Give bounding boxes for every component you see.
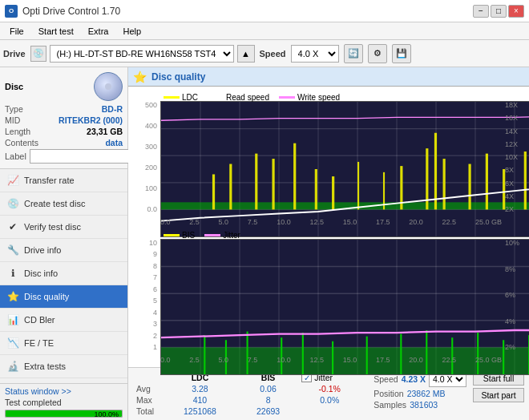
legend-write-speed: Write speed [279,93,340,102]
sidebar-item-extra-tests-label: Extra tests [24,361,66,371]
bottom-chart-x-labels: 0.0 2.5 5.0 7.5 10.0 12.5 15.0 17.5 20.0… [160,356,502,364]
position-value: 23862 MB [407,389,446,398]
y-right-6pct: 6% [505,291,515,299]
y-left-400: 400 [145,122,157,130]
max-jitter: 0.0% [298,394,361,406]
top-chart-outer: LDC Read speed Write speed 500 400 30 [131,90,526,226]
bottom-chart-y-left: 10 9 8 7 6 5 4 3 2 1 [131,239,159,351]
total-jitter [298,406,361,417]
max-label: Max [133,394,162,406]
drive-selector: 💿 (H:) HL-DT-ST BD-RE WH16NS58 TST4 ▲ [30,45,255,63]
svg-rect-18 [255,154,257,210]
sidebar-item-extra-tests[interactable]: 🔬 Extra tests [0,355,127,378]
cd-bler-icon: 📊 [6,313,19,326]
position-key: Position [374,389,403,398]
top-chart-canvas [160,101,529,237]
sidebar-item-cd-bler[interactable]: 📊 CD Bler [0,309,127,332]
svg-rect-60 [477,333,479,374]
sidebar-item-fe-te[interactable]: 📉 FE / TE [0,332,127,355]
svg-rect-23 [357,162,359,209]
disc-contents-value: data [105,138,123,147]
disc-mid-label: MID [5,115,20,125]
legend-write-speed-label: Write speed [297,93,340,102]
svg-rect-22 [332,176,334,209]
fe-te-icon: 📉 [6,337,19,349]
eject-button[interactable]: ▲ [237,45,255,63]
disc-label-label: Label [5,151,26,161]
stats-body: Avg 3.28 0.06 -0.1% Max 410 8 0.0% T [133,383,361,417]
x-10: 10.0 [277,218,291,226]
minimize-button[interactable]: − [473,5,489,18]
legend-read-speed: Read speed [208,93,269,102]
action-buttons: Start full Start part [473,371,524,402]
svg-rect-29 [468,164,470,210]
status-window-button[interactable]: Status window >> [5,386,71,396]
svg-rect-54 [302,333,304,374]
settings-button[interactable]: ⚙ [368,44,387,63]
sidebar-item-verify-test-disc[interactable]: ✔ Verify test disc [0,216,127,239]
sidebar-item-drive-info[interactable]: 🔧 Drive info [0,239,127,262]
y-left-7: 7 [153,273,157,281]
menu-help[interactable]: Help [116,25,147,38]
total-ldc: 1251068 [162,406,238,417]
stats-max-row: Max 410 8 0.0% [133,394,361,406]
max-bis: 8 [238,394,298,406]
disc-length-row: Length 23,31 GB [5,127,123,136]
legend-ldc: LDC [164,93,198,102]
max-ldc: 410 [162,394,238,406]
sidebar-item-disc-info[interactable]: ℹ Disc info [0,262,127,285]
progress-percent: 100.0% [94,410,119,418]
svg-rect-58 [426,330,427,374]
disc-label-row: Label 🔍 [5,149,123,164]
disc-info-icon: ℹ [6,267,19,280]
x-25: 25.0 GB [475,218,502,226]
sidebar-item-create-test-disc[interactable]: 💿 Create test disc [0,192,127,216]
menu-extra[interactable]: Extra [82,25,115,38]
sidebar-menu: 📈 Transfer rate 💿 Create test disc ✔ Ver… [0,169,127,383]
y-left-0: 0.0 [147,205,157,213]
refresh-button[interactable]: 🔄 [344,44,363,63]
y-right-4pct: 4% [505,317,515,325]
disc-type-label: Type [5,104,23,114]
content-header: ⭐ Disc quality [128,67,529,87]
save-button[interactable]: 💾 [392,44,411,63]
avg-bis: 0.06 [238,383,298,394]
total-label: Total [133,406,162,417]
legend-bis: BIS [164,231,195,240]
svg-rect-52 [247,332,248,374]
close-button[interactable]: × [508,5,524,18]
sidebar-item-transfer-rate-label: Transfer rate [24,176,75,185]
drive-combo[interactable]: (H:) HL-DT-ST BD-RE WH16NS58 TST4 [50,45,234,63]
y-left-300: 300 [145,143,157,151]
content-header-icon: ⭐ [133,71,147,83]
top-chart-x-labels: 0.0 2.5 5.0 7.5 10.0 12.5 15.0 17.5 20.0… [160,218,502,226]
content-area: ⭐ Disc quality LDC Read speed [128,67,529,420]
bottom-chart-legend: BIS Jitter [160,229,244,241]
top-chart-legend: LDC Read speed Write speed [160,91,343,103]
progress-bar-container: 100.0% [5,410,123,418]
disc-icon [94,72,123,101]
disc-label-input[interactable] [30,149,136,164]
menu-start-test[interactable]: Start test [32,25,80,38]
y-left-8: 8 [153,262,157,270]
sidebar-item-transfer-rate[interactable]: 📈 Transfer rate [0,169,127,192]
maximize-button[interactable]: □ [491,5,507,18]
sidebar-item-disc-quality[interactable]: ⭐ Disc quality [0,285,127,309]
speed-label: Speed [260,49,286,59]
total-bis: 22693 [238,406,298,417]
svg-rect-16 [212,174,215,209]
menu-file[interactable]: File [3,25,30,38]
title-bar-left: O Opti Drive Control 1.70 [5,5,120,18]
bis-color [164,234,180,236]
x-20: 20.0 [409,218,423,226]
y-right-12x: 12X [505,140,518,148]
bottom-chart-canvas [160,239,529,375]
y-left-5: 5 [153,297,157,305]
speed-combo[interactable]: 4.0 X [291,45,339,63]
sidebar-item-cd-bler-label: CD Bler [24,315,55,325]
content-header-title: Disc quality [151,71,205,83]
stats-total-row: Total 1251068 22693 [133,406,361,417]
y-right-16x: 16X [505,114,518,122]
app-icon: O [5,5,18,18]
start-part-button[interactable]: Start part [473,388,524,402]
